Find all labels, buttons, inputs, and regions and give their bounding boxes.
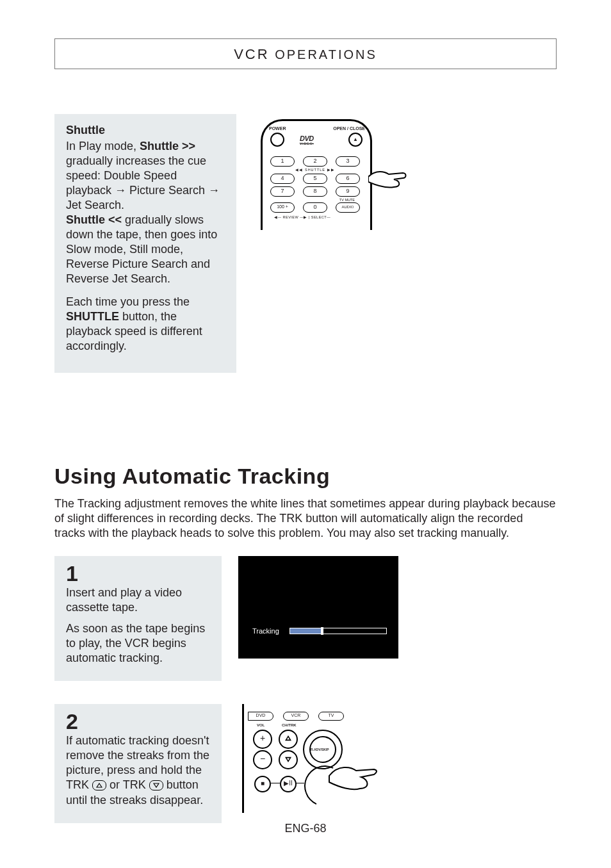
trk-down-icon (149, 780, 163, 790)
tvmute-label: TV MUTE (270, 198, 360, 202)
chtrk-label: CH/TRK (282, 723, 297, 728)
keypad-row: 7 8 9 (270, 186, 360, 197)
text: or TRK (110, 778, 146, 791)
keypad-row: 4 5 6 (270, 174, 360, 184)
step-2-text: 2 If automatic tracking doesn't remove t… (54, 704, 222, 823)
step-2-p1: If automatic tracking doesn't remove the… (66, 733, 210, 807)
step-1-text: 1 Insert and play a video cassette tape.… (54, 556, 222, 681)
dvd-sub-label: VIDEO (300, 142, 313, 145)
step-1-p1: Insert and play a video cassette tape. (66, 585, 210, 615)
key-3: 3 (336, 156, 360, 167)
shuttle-p3: Each time you press the SHUTTLE button, … (66, 295, 225, 354)
tracking-osd-label: Tracking (252, 626, 279, 635)
key-9: 9 (336, 186, 360, 197)
text: Each time you press the (66, 295, 190, 308)
play-pause-button: ▶II (280, 776, 297, 792)
vol-down-button: − (253, 750, 272, 769)
key-5: 5 (303, 174, 327, 184)
eject-icon: ▲ (353, 136, 358, 143)
keypad-row: 100 + 0 AUDIO (270, 202, 360, 213)
shuttle-p1: In Play mode, Shuttle >> gradually incre… (66, 139, 225, 213)
arrow-icon: → (208, 184, 220, 197)
number-keypad: 1 2 3 ◀◀ SHUTTLE ▶▶ 4 5 6 7 8 9 (270, 156, 360, 220)
step-1-row: 1 Insert and play a video cassette tape.… (54, 556, 557, 681)
step-1-illustration: Tracking (238, 556, 398, 659)
page-footer: ENG-68 (0, 821, 611, 836)
key-6: 6 (336, 174, 360, 184)
shuttle-heading: Shuttle (66, 123, 225, 138)
step-1-p2: As soon as the tape begins to play, the … (66, 621, 210, 666)
keypad-row: 1 2 3 (270, 156, 360, 167)
open-close-label: OPEN / CLOSE (333, 126, 365, 132)
trk-down-button (279, 750, 298, 769)
pointing-hand-icon (328, 760, 379, 799)
remote-body: POWER OPEN / CLOSE DVD VIDEO ▲ 1 2 3 ◀◀ … (261, 119, 372, 230)
radv-label: R.ADV/SKIP (311, 748, 329, 751)
header-title-first: VCR (234, 46, 269, 62)
step-2-row: 2 If automatic tracking doesn't remove t… (54, 704, 557, 823)
arrow-icon: → (115, 184, 126, 197)
pointing-hand-icon (368, 167, 409, 190)
key-4: 4 (270, 174, 295, 184)
key-2: 2 (303, 156, 327, 167)
key-audio: AUDIO (336, 202, 360, 213)
section-header: VCR OPERATIONS (54, 38, 557, 69)
page-number: ENG-68 (284, 822, 326, 835)
text: Picture Search (126, 184, 208, 197)
intro-paragraph: The Tracking adjustment removes the whit… (54, 496, 557, 541)
text-bold: SHUTTLE (66, 310, 119, 323)
tracking-progress-bar (289, 628, 387, 634)
mode-dvd-button: DVD (248, 712, 273, 721)
shuttle-box: Shuttle In Play mode, Shuttle >> gradual… (54, 114, 236, 372)
connector-line (271, 783, 280, 783)
text-bold: Shuttle << (66, 213, 122, 226)
step-2-illustration: ◀—REVIEW—▶ SELECT— DVD VCR TV VOL CH/TRK… (238, 704, 386, 819)
key-8: 8 (303, 186, 327, 197)
page: VCR OPERATIONS Shuttle In Play mode, Shu… (0, 0, 611, 868)
trk-up-button (279, 730, 298, 749)
key-1: 1 (270, 156, 295, 167)
key-0: 0 (303, 202, 327, 213)
step-number: 1 (66, 562, 210, 584)
remote-illustration-bottom: ◀—REVIEW—▶ SELECT— DVD VCR TV VOL CH/TRK… (238, 704, 386, 819)
vol-label: VOL (257, 723, 265, 728)
trk-up-icon (92, 780, 106, 790)
eject-button: ▲ (348, 133, 363, 147)
key-100plus: 100 + (270, 202, 295, 213)
header-title-rest: OPERATIONS (270, 47, 377, 61)
shuttle-label: ◀◀ SHUTTLE ▶▶ (270, 168, 360, 172)
step-number: 2 (66, 710, 210, 732)
text: Jet Search. (66, 199, 124, 211)
remote-illustration-top: POWER OPEN / CLOSE DVD VIDEO ▲ 1 2 3 ◀◀ … (253, 114, 400, 242)
main-heading: Using Automatic Tracking (54, 463, 557, 491)
tracking-screen: Tracking (238, 556, 398, 659)
mode-vcr-button: VCR (283, 712, 309, 721)
vol-up-button: + (253, 730, 272, 749)
power-button (270, 133, 284, 147)
review-label: ◀— REVIEW —▶ | SELECT— (270, 215, 360, 220)
connector-line (295, 783, 304, 783)
mode-tv-button: TV (318, 712, 344, 721)
power-label: POWER (269, 126, 286, 132)
mode-row: DVD VCR TV (248, 712, 344, 721)
shuttle-p2: Shuttle << gradually slows down the tape… (66, 213, 225, 286)
key-7: 7 (270, 186, 295, 197)
text: In Play mode, (66, 140, 140, 152)
stop-button: ■ (254, 776, 271, 792)
shuttle-row: Shuttle In Play mode, Shuttle >> gradual… (54, 114, 557, 372)
text-bold: Shuttle >> (140, 140, 195, 152)
